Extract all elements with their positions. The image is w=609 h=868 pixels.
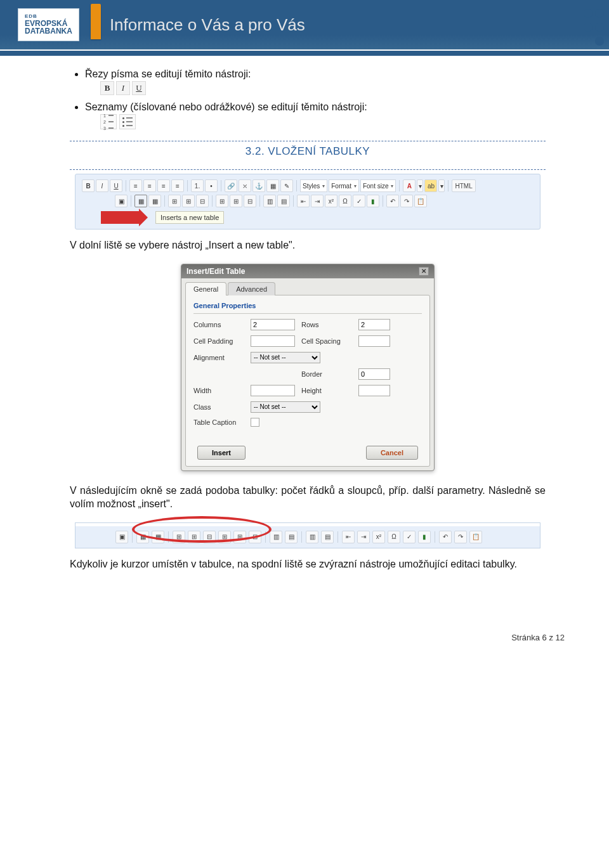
outdent-icon[interactable]: ⇤: [297, 195, 310, 207]
section-heading: 3.2. VLOŽENÍ TABULKY: [70, 145, 546, 158]
col-after-icon[interactable]: ⊞: [230, 195, 242, 207]
col-before-icon[interactable]: ⊞: [216, 195, 228, 207]
superscript-icon[interactable]: x²: [325, 195, 337, 207]
red-arrow-icon: [101, 211, 139, 224]
cell-props-icon[interactable]: ▥: [270, 531, 282, 543]
label-columns: Columns: [193, 321, 244, 328]
height-input[interactable]: [358, 385, 390, 396]
paste-icon[interactable]: 📋: [469, 531, 482, 543]
fieldset-label: General Properties: [193, 302, 422, 309]
ordered-list-icon[interactable]: 1.: [191, 179, 204, 192]
dialog-screenshot: Insert/Edit Table ✕ General Advanced Gen…: [70, 264, 546, 471]
align-center-icon[interactable]: ≡: [143, 179, 156, 192]
bold-icon[interactable]: B: [100, 81, 114, 95]
italic-icon[interactable]: I: [96, 179, 108, 192]
alignment-select[interactable]: -- Not set --: [251, 352, 320, 363]
hr-icon[interactable]: ▮: [418, 531, 431, 543]
callout-arrow-row: Inserts a new table: [101, 211, 534, 224]
tab-advanced[interactable]: Advanced: [228, 282, 275, 295]
dialog-footer: Insert Cancel: [193, 446, 422, 460]
row-props-icon[interactable]: ▤: [285, 531, 298, 543]
underline-icon[interactable]: U: [132, 81, 146, 95]
undo-icon[interactable]: ↶: [439, 531, 452, 543]
paste-icon[interactable]: 📋: [414, 195, 427, 207]
tablecaption-checkbox[interactable]: [251, 418, 259, 427]
cleanup-icon[interactable]: ✎: [280, 179, 293, 192]
cancel-button[interactable]: Cancel: [366, 446, 418, 460]
class-select[interactable]: -- Not set --: [251, 401, 320, 413]
label-alignment: Alignment: [193, 354, 244, 361]
anchor-icon[interactable]: ⚓: [252, 179, 265, 192]
fullscreen-icon[interactable]: ▣: [115, 531, 128, 543]
editor-toolbar-screenshot: B I U ≡ ≡ ≡ ≡ 1. • 🔗 ⤫ ⚓ ▦ ✎ Styles▾ For…: [75, 174, 540, 230]
document-header-banner: EDB EVROPSKÁ DATABANKA Informace o Vás a…: [0, 0, 609, 49]
link-icon[interactable]: 🔗: [225, 179, 237, 192]
fontsize-select[interactable]: Font size▾: [360, 179, 396, 192]
italic-icon[interactable]: I: [116, 81, 130, 95]
delete-row-icon[interactable]: ⊟: [196, 195, 209, 207]
highlight-dropdown-icon[interactable]: ▾: [438, 179, 445, 192]
undo-icon[interactable]: ↶: [386, 195, 399, 207]
page-footer: Stránka 6 z 12: [0, 607, 609, 642]
merge-cell-icon[interactable]: ▤: [321, 531, 334, 543]
redo-icon[interactable]: ↷: [454, 531, 467, 543]
cellspacing-input[interactable]: [358, 335, 390, 347]
company-logo: EDB EVROPSKÁ DATABANKA: [18, 8, 79, 41]
table-props-icon[interactable]: ▦: [148, 195, 161, 207]
unordered-list-icon[interactable]: •: [205, 179, 218, 192]
align-right-icon[interactable]: ≡: [157, 179, 170, 192]
cellpadding-input[interactable]: [251, 335, 295, 347]
format-select[interactable]: Format▾: [329, 179, 359, 192]
indent-icon[interactable]: ⇥: [357, 531, 370, 543]
outdent-icon[interactable]: ⇤: [342, 531, 355, 543]
highlight-icon[interactable]: ab: [424, 179, 437, 192]
special-char-icon[interactable]: Ω: [339, 195, 351, 207]
numbered-list-icon[interactable]: 1 2 3: [100, 114, 117, 129]
row-after-icon[interactable]: ⊞: [182, 195, 195, 207]
label-rows: Rows: [301, 321, 352, 328]
paragraph-after-toolbar2: Kdykoliv je kurzor umístěn v tabulce, na…: [70, 557, 546, 571]
redo-icon[interactable]: ↷: [400, 195, 413, 207]
merge-cells-icon[interactable]: ▤: [277, 195, 290, 207]
dialog-titlebar: Insert/Edit Table ✕: [181, 264, 434, 278]
bullet-list: Řezy písma se editují těmito nástroji: B…: [70, 68, 546, 129]
list-buttons-toolbar: 1 2 3: [100, 114, 546, 129]
superscript-icon[interactable]: x²: [372, 531, 385, 543]
table-toolbar-screenshot: ▣ ▦ ▦ ⊞ ⊞ ⊟ ⊞ ⊞ ⊟ ▥ ▤ ▥ ▤ ⇤ ⇥ x² Ω ✓ ▮ ↶: [75, 522, 540, 548]
special-char-icon[interactable]: Ω: [388, 531, 400, 543]
underline-icon[interactable]: U: [110, 179, 122, 192]
fullscreen-icon[interactable]: ▣: [115, 195, 128, 207]
toolbar-row-1: B I U ≡ ≡ ≡ ≡ 1. • 🔗 ⤫ ⚓ ▦ ✎ Styles▾ For…: [82, 178, 534, 193]
header-tagline: Informace o Vás a pro Vás: [110, 15, 305, 35]
border-input[interactable]: [358, 368, 390, 380]
bold-icon[interactable]: B: [82, 179, 95, 192]
indent-icon[interactable]: ⇥: [311, 195, 324, 207]
styles-select[interactable]: Styles▾: [300, 179, 327, 192]
section-separator-bottom: [70, 169, 546, 170]
align-justify-icon[interactable]: ≡: [171, 179, 184, 192]
width-input[interactable]: [251, 385, 295, 396]
hr-icon[interactable]: ▮: [367, 195, 379, 207]
delete-col-icon[interactable]: ⊟: [244, 195, 256, 207]
align-left-icon[interactable]: ≡: [129, 179, 142, 192]
spellcheck-icon[interactable]: ✓: [403, 531, 416, 543]
bullet-item-lists: Seznamy (číslované nebo odrážkové) se ed…: [85, 101, 546, 129]
insert-button[interactable]: Insert: [197, 446, 246, 460]
tab-general[interactable]: General: [185, 282, 226, 295]
row-before-icon[interactable]: ⊞: [168, 195, 181, 207]
columns-input[interactable]: [251, 319, 295, 330]
bullet-list-icon[interactable]: [119, 114, 136, 129]
insert-table-icon[interactable]: ▦: [134, 195, 147, 207]
split-cells-icon[interactable]: ▥: [263, 195, 276, 207]
toolbar-row-2: ▣ ▦ ▦ ⊞ ⊞ ⊟ ⊞ ⊞ ⊟ ▥ ▤ ⇤ ⇥ x² Ω ✓ ▮ ↶ ↷ 📋: [82, 193, 534, 209]
split-cell-icon[interactable]: ▥: [306, 531, 318, 543]
rows-input[interactable]: [358, 319, 390, 330]
dialog-tabs: General Advanced: [185, 282, 430, 295]
unlink-icon[interactable]: ⤫: [239, 179, 251, 192]
close-icon[interactable]: ✕: [419, 267, 429, 276]
image-icon[interactable]: ▦: [266, 179, 279, 192]
spellcheck-icon[interactable]: ✓: [353, 195, 365, 207]
font-color-dropdown-icon[interactable]: ▾: [417, 179, 423, 192]
font-color-icon[interactable]: A: [403, 179, 416, 192]
html-source-button[interactable]: HTML: [452, 179, 475, 192]
